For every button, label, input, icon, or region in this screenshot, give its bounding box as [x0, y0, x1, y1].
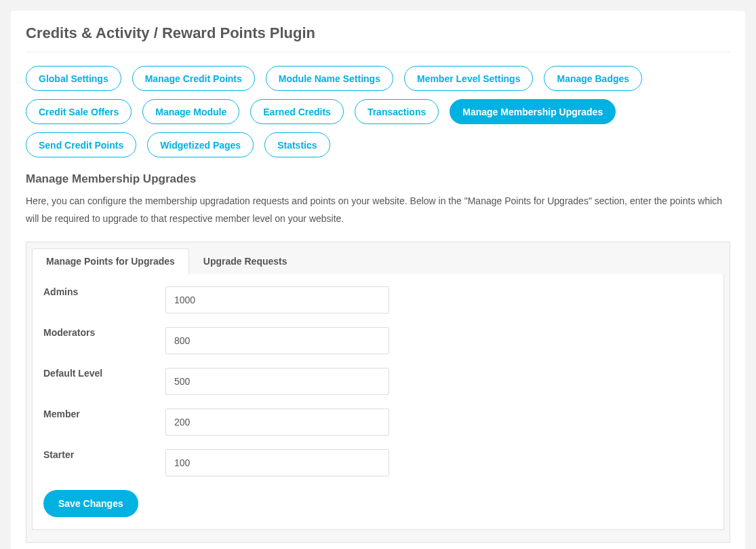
- nav-pill[interactable]: Module Name Settings: [266, 66, 393, 91]
- save-changes-button[interactable]: Save Changes: [43, 490, 138, 517]
- level-label: Moderators: [43, 327, 165, 338]
- nav-pill[interactable]: Member Level Settings: [404, 66, 534, 91]
- nav-pill[interactable]: Manage Module: [142, 99, 239, 124]
- level-label: Member: [43, 409, 165, 419]
- level-points-input[interactable]: [165, 409, 389, 436]
- nav-pill[interactable]: Global Settings: [26, 66, 121, 91]
- level-value-wrap: [165, 327, 389, 354]
- inner-card: AdminsModeratorsDefault LevelMemberStart…: [32, 274, 724, 530]
- main-panel: Credits & Activity / Reward Points Plugi…: [11, 11, 745, 549]
- form-card: Manage Points for UpgradesUpgrade Reques…: [26, 242, 730, 543]
- nav-pill[interactable]: Manage Membership Upgrades: [450, 99, 616, 124]
- level-points-input[interactable]: [165, 327, 389, 354]
- level-row: Member: [43, 409, 713, 436]
- form-tab[interactable]: Manage Points for Upgrades: [32, 248, 189, 275]
- level-row: Starter: [43, 449, 713, 476]
- level-value-wrap: [165, 286, 389, 314]
- nav-pill[interactable]: Earned Credits: [250, 99, 344, 124]
- page-title: Credits & Activity / Reward Points Plugi…: [26, 24, 730, 42]
- nav-pill[interactable]: Send Credit Points: [26, 132, 136, 157]
- section-title: Manage Membership Upgrades: [26, 172, 730, 186]
- nav-pills: Global SettingsManage Credit PointsModul…: [26, 66, 730, 157]
- nav-pill[interactable]: Credit Sale Offers: [26, 99, 132, 124]
- level-points-input[interactable]: [165, 368, 389, 395]
- nav-pill[interactable]: Manage Badges: [544, 66, 642, 91]
- level-label: Starter: [43, 449, 165, 460]
- level-row: Moderators: [43, 327, 713, 354]
- nav-pill[interactable]: Statstics: [264, 132, 330, 157]
- nav-pill[interactable]: Manage Credit Points: [132, 66, 255, 91]
- form-tab[interactable]: Upgrade Requests: [189, 248, 302, 275]
- level-points-input[interactable]: [165, 449, 389, 476]
- level-label: Admins: [43, 286, 165, 297]
- level-row: Admins: [43, 286, 713, 314]
- level-value-wrap: [165, 449, 389, 476]
- section-description: Here, you can configure the membership u…: [26, 193, 730, 228]
- title-divider: [26, 52, 730, 52]
- level-value-wrap: [165, 409, 389, 436]
- nav-pill[interactable]: Widgetized Pages: [147, 132, 254, 157]
- level-label: Default Level: [43, 368, 165, 379]
- tabs-bar: Manage Points for UpgradesUpgrade Reques…: [32, 248, 724, 274]
- level-row: Default Level: [43, 368, 713, 395]
- nav-pill[interactable]: Transactions: [355, 99, 439, 124]
- form-body: AdminsModeratorsDefault LevelMemberStart…: [33, 274, 723, 529]
- level-points-input[interactable]: [165, 286, 389, 314]
- level-value-wrap: [165, 368, 389, 395]
